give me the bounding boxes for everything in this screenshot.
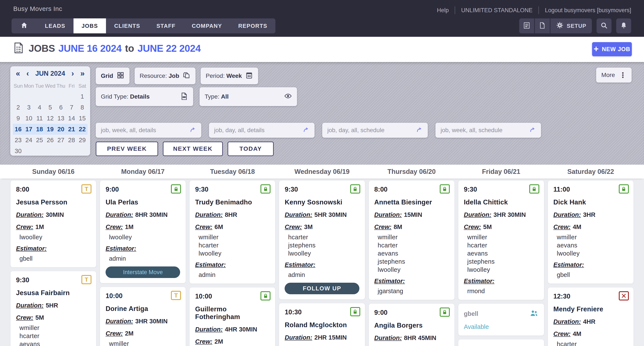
- new-job-button[interactable]: + NEW JOB: [592, 42, 632, 56]
- calendar-date-cell[interactable]: 27: [56, 135, 66, 146]
- calendar-date-cell[interactable]: 22: [77, 124, 88, 135]
- nav-tab-jobs[interactable]: JOBS: [74, 19, 106, 33]
- calendar-date-cell[interactable]: 20: [56, 124, 66, 135]
- calendar-date-cell[interactable]: 14: [66, 113, 77, 124]
- calendar-date-cell[interactable]: 19: [45, 124, 56, 135]
- job-card[interactable]: 12:30✕Mendy FreniereDuration:4HRCrew:4Mh…: [548, 287, 634, 346]
- job-card[interactable]: 9:30Kenny SosnowskiDuration:5HR 30MINCre…: [279, 180, 365, 300]
- staff-card[interactable]: jgarstang: [458, 339, 544, 346]
- resource-selector[interactable]: Resource: Job: [134, 68, 196, 84]
- calendar-date-cell: [45, 91, 56, 102]
- job-time: 8:00: [16, 186, 90, 193]
- job-card[interactable]: 9:30TJesusa FairbairnDuration:5HRCrew:5M…: [10, 271, 96, 346]
- job-card[interactable]: 8:00Annetta BiesingerDuration:15MINCrew:…: [368, 180, 455, 300]
- nav-tab-leads[interactable]: LEADS: [37, 19, 74, 33]
- logout-link[interactable]: Logout busymovers [busymovers]: [545, 7, 631, 14]
- grid-label: Grid: [101, 73, 113, 79]
- calendar-date-cell[interactable]: 7: [66, 102, 77, 113]
- calendar-date-cell[interactable]: 28: [66, 135, 77, 146]
- crew-member: wmiller: [467, 233, 538, 241]
- job-tag-followup[interactable]: FOLLOW UP: [284, 283, 359, 294]
- next-week-button[interactable]: NEXT WEEK: [163, 142, 223, 156]
- calendar-date-cell[interactable]: 26: [45, 135, 56, 146]
- crew-size-value: 1M: [125, 223, 134, 230]
- nav-tab-clients[interactable]: CLIENTS: [106, 19, 148, 33]
- estimator-label: Estimator:: [106, 245, 136, 252]
- preset-view-2[interactable]: job, day, all, details: [209, 123, 314, 138]
- calendar-date-cell[interactable]: 2: [13, 102, 24, 113]
- nav-home[interactable]: [12, 19, 37, 33]
- filter-row-top: Grid Resource: Job Period: Week: [96, 68, 258, 84]
- next-month-icon[interactable]: ›: [71, 70, 74, 77]
- notifications-button[interactable]: [616, 19, 631, 33]
- period-selector[interactable]: Period: Week: [201, 68, 258, 84]
- preset-label: job, week, all, details: [101, 127, 156, 134]
- job-tag-interstate[interactable]: Interstate Move: [106, 266, 180, 278]
- nav-tab-reports[interactable]: REPORTS: [230, 19, 276, 33]
- calendar-date-cell[interactable]: 3: [24, 102, 34, 113]
- estimator-label: Estimator:: [554, 261, 584, 268]
- today-button[interactable]: TODAY: [228, 142, 274, 156]
- calendar-date-cell[interactable]: 12: [45, 113, 56, 124]
- more-button[interactable]: More ⋮: [596, 68, 632, 83]
- job-card[interactable]: 9:30Trudy BenimadhoDuration:8HRCrew:6Mwm…: [189, 180, 276, 284]
- date-from[interactable]: JUNE 16 2024: [58, 43, 122, 54]
- calendar-date-cell[interactable]: 30: [13, 146, 24, 157]
- new-document-button[interactable]: [535, 19, 550, 33]
- calendar-date-cell[interactable]: 29: [77, 135, 88, 146]
- type-selector[interactable]: Type: All: [200, 87, 297, 106]
- calendar-date-cell[interactable]: 4: [34, 102, 45, 113]
- crew-size-value: 4M: [573, 223, 581, 230]
- calendar-date-cell[interactable]: 23: [13, 135, 24, 146]
- staff-card[interactable]: gbellAvailable: [458, 303, 544, 336]
- crew-member: aevans: [557, 241, 628, 249]
- calendar-date-cell[interactable]: 10: [24, 113, 34, 124]
- job-card[interactable]: 9:00Angila BorgersDuration:8HR 45MINCrew…: [368, 303, 455, 346]
- search-button[interactable]: [596, 19, 612, 33]
- job-card[interactable]: 10:30Roland McglocktonDuration:2HR 15MIN…: [279, 303, 365, 346]
- preset-view-4[interactable]: job, week, all, schedule: [436, 123, 541, 138]
- calendar-date-cell[interactable]: 17: [24, 124, 34, 135]
- nav-tab-staff[interactable]: STAFF: [148, 19, 184, 33]
- duration-label: Duration:: [284, 334, 312, 341]
- job-card[interactable]: 10:00Guillermo FotheringhamDuration:4HR …: [189, 287, 276, 346]
- calendar-date-cell[interactable]: 5: [45, 102, 56, 113]
- job-duration-row: Duration:8HR 30MIN: [106, 211, 180, 218]
- calendar-date-cell[interactable]: 21: [66, 124, 77, 135]
- job-card[interactable]: 9:30Idella ChittickDuration:3HR 30MINCre…: [458, 180, 544, 300]
- report-view-button[interactable]: [519, 19, 534, 33]
- help-link[interactable]: Help: [437, 7, 449, 14]
- calendar-date-cell[interactable]: 24: [24, 135, 34, 146]
- prev-month-icon[interactable]: ‹: [26, 70, 29, 77]
- grid-type-selector[interactable]: Grid Type: Details: [96, 87, 193, 106]
- calendar-date-cell[interactable]: 8: [77, 102, 88, 113]
- preset-view-1[interactable]: job, week, all, details: [96, 123, 201, 138]
- date-to[interactable]: JUNE 22 2024: [138, 43, 201, 54]
- crew-label: Crew:: [195, 223, 212, 230]
- grid-type-text: Grid Type: Details: [101, 93, 150, 100]
- job-card[interactable]: 10:00TDorine ArtigaDuration:3HR 30MINCre…: [100, 287, 186, 346]
- calendar-date-cell[interactable]: 9: [13, 113, 24, 124]
- grid-view-button[interactable]: Grid: [96, 68, 130, 84]
- calendar-date-cell[interactable]: 6: [56, 102, 66, 113]
- calendar-date-cell[interactable]: 18: [34, 124, 45, 135]
- week-nav-row: PREV WEEK NEXT WEEK TODAY: [96, 142, 274, 156]
- calendar-date-cell[interactable]: 15: [77, 113, 88, 124]
- prev-year-icon[interactable]: «: [16, 70, 20, 77]
- next-year-icon[interactable]: »: [80, 70, 84, 77]
- calendar-date-cell[interactable]: 1: [77, 91, 88, 102]
- calendar-date-cell[interactable]: 25: [34, 135, 45, 146]
- calendar-date-cell[interactable]: 11: [34, 113, 45, 124]
- job-card[interactable]: 9:00Ula PerlasDuration:8HR 30MINCrew:1Ml…: [100, 180, 186, 283]
- duration-value: 30MIN: [46, 211, 64, 218]
- calendar-date-cell[interactable]: 13: [56, 113, 66, 124]
- nav-tab-company[interactable]: COMPANY: [184, 19, 230, 33]
- calendar-date-cell[interactable]: 16: [13, 124, 24, 135]
- duration-value: 4HR: [583, 318, 596, 325]
- job-card[interactable]: 8:00TJesusa PerssonDuration:30MINCrew:1M…: [10, 180, 96, 267]
- preset-view-3[interactable]: job, day, all, schedule: [322, 123, 428, 138]
- estimator-label: Estimator:: [16, 245, 46, 252]
- prev-week-button[interactable]: PREV WEEK: [96, 142, 158, 156]
- job-card[interactable]: 11:00Dick HankDuration:3HRCrew:4Mwmiller…: [548, 180, 634, 284]
- setup-button[interactable]: SETUP: [550, 19, 592, 33]
